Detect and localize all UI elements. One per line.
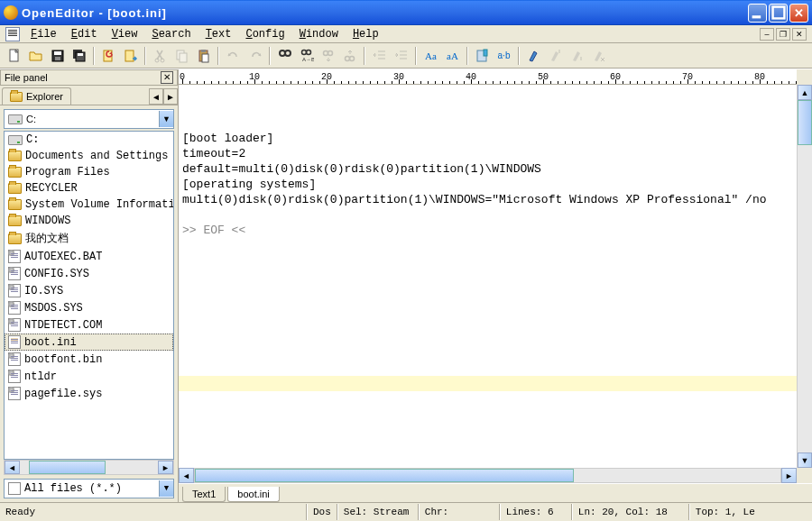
drive-label: C:: [26, 114, 36, 124]
editor-scroll-left-button[interactable]: ◄: [179, 468, 194, 483]
scroll-right-button[interactable]: ►: [158, 461, 173, 474]
close-button[interactable]: ✕: [789, 4, 808, 23]
marker-button[interactable]: [523, 46, 544, 66]
file-item-label: AUTOEXEC.BAT: [24, 251, 102, 263]
editor-hscroll-thumb[interactable]: [195, 469, 574, 482]
mdi-close-button[interactable]: ✕: [792, 28, 807, 41]
file-item[interactable]: IO.SYS: [5, 282, 173, 299]
drive-selector[interactable]: C: ▼: [4, 109, 174, 129]
find-button[interactable]: [274, 46, 295, 66]
file-item[interactable]: 我的文档: [5, 229, 173, 248]
explorer-tab[interactable]: Explorer: [2, 87, 71, 105]
scroll-left-button[interactable]: ◄: [5, 461, 20, 474]
vscroll-track[interactable]: [798, 100, 812, 452]
menu-view[interactable]: View: [106, 26, 143, 42]
find-prev-button[interactable]: [339, 46, 360, 66]
word-wrap-button[interactable]: a·b: [494, 46, 514, 66]
reload-button[interactable]: [98, 46, 119, 66]
file-icon: [8, 284, 21, 297]
mdi-restore-button[interactable]: ❐: [776, 28, 790, 41]
editor-scroll-right-button[interactable]: ►: [781, 468, 797, 483]
file-item[interactable]: AUTOEXEC.BAT: [5, 248, 173, 265]
document-tab[interactable]: Text1: [182, 487, 226, 502]
lowercase-button[interactable]: Aa: [420, 46, 441, 66]
file-item[interactable]: RECYCLER: [5, 180, 173, 197]
file-icon: [8, 301, 21, 315]
minimize-button[interactable]: [748, 4, 767, 23]
bookmark-button[interactable]: [472, 46, 493, 66]
file-item[interactable]: C:: [5, 132, 173, 148]
indent-button[interactable]: [391, 46, 411, 66]
file-item[interactable]: bootfont.bin: [5, 351, 173, 368]
scroll-track[interactable]: [20, 461, 158, 474]
tab-scroll-right-button[interactable]: ►: [163, 88, 178, 105]
editor-line: [boot loader]: [182, 131, 793, 146]
file-panel-close-button[interactable]: ✕: [161, 71, 173, 84]
new-file-button[interactable]: [4, 46, 24, 66]
file-panel: File panel ✕ Explorer ◄ ► C: ▼ C:Documen…: [0, 69, 179, 502]
file-item[interactable]: Documents and Settings: [5, 148, 173, 164]
toggle-panel-button[interactable]: [120, 46, 141, 66]
file-list[interactable]: C:Documents and SettingsProgram FilesREC…: [4, 131, 174, 460]
find-next-button[interactable]: [318, 46, 338, 66]
file-item-label: MSDOS.SYS: [24, 302, 83, 315]
menu-file[interactable]: File: [25, 26, 62, 42]
editor-vscrollbar[interactable]: ▲ ▼: [797, 85, 812, 468]
file-item[interactable]: boot.ini: [5, 334, 173, 351]
clear-marker-button[interactable]: [588, 46, 609, 66]
filter-dropdown-button[interactable]: ▼: [159, 480, 173, 497]
save-button[interactable]: [47, 46, 68, 66]
svg-point-26: [349, 56, 354, 60]
menu-edit[interactable]: Edit: [66, 26, 103, 42]
mdi-doc-icon[interactable]: [5, 27, 20, 41]
file-item-label: IO.SYS: [24, 285, 63, 297]
file-icon: [8, 318, 21, 332]
file-item[interactable]: System Volume Information: [5, 197, 173, 213]
file-panel-hscrollbar[interactable]: ◄ ►: [4, 460, 174, 475]
prev-marker-button[interactable]: [545, 46, 566, 66]
menu-text[interactable]: Text: [200, 26, 237, 42]
file-item[interactable]: WINDOWS: [5, 213, 173, 229]
drive-icon: [8, 114, 23, 124]
menu-config[interactable]: Config: [240, 26, 290, 42]
menu-help[interactable]: Help: [347, 26, 384, 42]
copy-button[interactable]: [171, 46, 192, 66]
file-item[interactable]: ntldr: [5, 368, 173, 385]
drive-dropdown-button[interactable]: ▼: [159, 111, 173, 127]
vscroll-thumb[interactable]: [798, 100, 812, 145]
file-item[interactable]: pagefile.sys: [5, 385, 173, 402]
tab-scroll-left-button[interactable]: ◄: [149, 88, 163, 105]
open-file-button[interactable]: [25, 46, 46, 66]
document-tab[interactable]: boot.ini: [227, 487, 279, 502]
svg-rect-28: [484, 50, 487, 56]
scroll-up-button[interactable]: ▲: [798, 85, 812, 100]
menu-search[interactable]: Search: [146, 26, 196, 42]
next-marker-button[interactable]: [567, 46, 587, 66]
mdi-minimize-button[interactable]: –: [760, 28, 774, 41]
find-replace-button[interactable]: A→B: [296, 46, 317, 66]
file-item[interactable]: Program Files: [5, 164, 173, 180]
scroll-down-button[interactable]: ▼: [798, 452, 812, 468]
folder-icon: [8, 183, 22, 194]
svg-point-21: [306, 50, 310, 54]
scroll-thumb[interactable]: [29, 461, 106, 474]
file-item[interactable]: CONFIG.SYS: [5, 265, 173, 282]
redo-button[interactable]: [245, 46, 265, 66]
cut-button[interactable]: [150, 46, 171, 66]
file-item[interactable]: NTDETECT.COM: [5, 316, 173, 334]
file-item[interactable]: MSDOS.SYS: [5, 299, 173, 316]
undo-button[interactable]: [223, 46, 244, 66]
editor-hscrollbar[interactable]: ◄ ►: [179, 468, 797, 483]
menubar: FileEditViewSearchTextConfigWindowHelp –…: [0, 25, 812, 43]
outdent-button[interactable]: [369, 46, 390, 66]
toolbar: A→B Aa aA a·b: [0, 43, 812, 69]
save-all-button[interactable]: [69, 46, 89, 66]
menu-window[interactable]: Window: [294, 26, 344, 42]
paste-button[interactable]: [193, 46, 214, 66]
file-filter[interactable]: All files (*.*) ▼: [4, 479, 174, 498]
editor-area: 01020304050607080 [boot loader]timeout=2…: [179, 69, 812, 502]
editor-hscroll-track[interactable]: [194, 468, 781, 483]
uppercase-button[interactable]: aA: [442, 46, 463, 66]
maximize-button[interactable]: [769, 4, 788, 23]
editor-content[interactable]: [boot loader]timeout=2default=multi(0)di…: [179, 85, 797, 468]
